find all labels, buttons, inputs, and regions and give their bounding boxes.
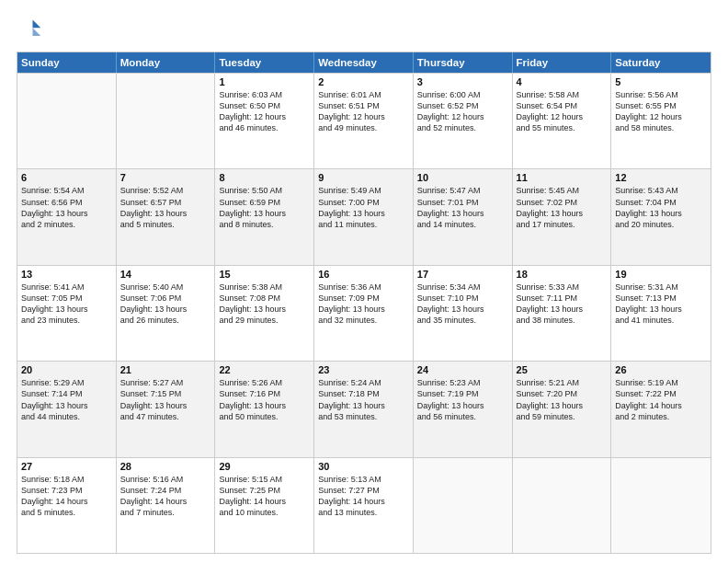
day-number: 25 — [517, 364, 608, 375]
cell-info-line: Sunset: 7:18 PM — [318, 388, 409, 399]
header — [17, 17, 711, 42]
calendar-cell: 15Sunrise: 5:38 AMSunset: 7:08 PMDayligh… — [215, 266, 314, 361]
day-number: 8 — [219, 172, 310, 183]
cell-info-line: Daylight: 13 hours — [417, 208, 508, 219]
cell-info-line: Sunset: 7:01 PM — [417, 197, 508, 208]
calendar-cell: 2Sunrise: 6:01 AMSunset: 6:51 PMDaylight… — [314, 74, 414, 168]
day-number: 13 — [21, 269, 112, 280]
cell-info-line: and 53 minutes. — [318, 411, 409, 422]
cell-info-line: Sunset: 6:55 PM — [615, 100, 707, 111]
calendar-cell — [513, 458, 612, 553]
calendar-cell: 5Sunrise: 5:56 AMSunset: 6:55 PMDaylight… — [611, 74, 711, 168]
day-number: 24 — [417, 364, 508, 375]
cell-info-line: Daylight: 13 hours — [219, 208, 310, 219]
calendar-cell: 19Sunrise: 5:31 AMSunset: 7:13 PMDayligh… — [611, 266, 711, 361]
cell-info-line: and 58 minutes. — [615, 122, 707, 133]
cell-info-line: and 50 minutes. — [219, 411, 310, 422]
cell-info-line: Sunrise: 5:56 AM — [615, 89, 707, 100]
cell-info-line: and 55 minutes. — [517, 122, 608, 133]
calendar-cell: 20Sunrise: 5:29 AMSunset: 7:14 PMDayligh… — [17, 362, 117, 456]
day-number: 18 — [517, 269, 608, 280]
cell-info-line: Sunset: 7:10 PM — [417, 293, 508, 304]
day-number: 1 — [219, 76, 310, 87]
day-number: 3 — [417, 76, 508, 87]
cell-info-line: Daylight: 13 hours — [120, 304, 211, 315]
calendar-cell: 22Sunrise: 5:26 AMSunset: 7:16 PMDayligh… — [215, 362, 314, 456]
cell-info-line: and 49 minutes. — [318, 122, 409, 133]
cell-info-line: and 59 minutes. — [517, 411, 608, 422]
day-number: 20 — [21, 364, 112, 375]
cell-info-line: Sunrise: 5:26 AM — [219, 377, 310, 388]
cell-info-line: Daylight: 13 hours — [21, 400, 112, 411]
cell-info-line: Sunrise: 5:50 AM — [219, 185, 310, 196]
day-number: 27 — [21, 461, 112, 472]
cell-info-line: Sunset: 6:59 PM — [219, 197, 310, 208]
cell-info-line: Sunset: 7:11 PM — [517, 293, 608, 304]
cell-info-line: Sunrise: 5:29 AM — [21, 377, 112, 388]
cell-info-line: and 14 minutes. — [417, 219, 508, 230]
logo-icon — [17, 17, 42, 42]
calendar-cell: 21Sunrise: 5:27 AMSunset: 7:15 PMDayligh… — [117, 362, 216, 456]
calendar-cell: 18Sunrise: 5:33 AMSunset: 7:11 PMDayligh… — [513, 266, 612, 361]
day-number: 12 — [615, 172, 707, 183]
cell-info-line: and 20 minutes. — [615, 219, 707, 230]
cell-info-line: Sunset: 7:05 PM — [21, 293, 112, 304]
cell-info-line: Sunrise: 5:21 AM — [517, 377, 608, 388]
cell-info-line: and 13 minutes. — [318, 507, 409, 518]
calendar-header-thursday: Thursday — [414, 52, 513, 73]
calendar-cell: 8Sunrise: 5:50 AMSunset: 6:59 PMDaylight… — [215, 169, 314, 264]
calendar: SundayMondayTuesdayWednesdayThursdayFrid… — [17, 52, 711, 554]
cell-info-line: Sunrise: 5:49 AM — [318, 185, 409, 196]
cell-info-line: and 47 minutes. — [120, 411, 211, 422]
day-number: 21 — [120, 364, 211, 375]
cell-info-line: and 44 minutes. — [21, 411, 112, 422]
calendar-week-4: 20Sunrise: 5:29 AMSunset: 7:14 PMDayligh… — [17, 361, 711, 456]
cell-info-line: Sunrise: 5:33 AM — [517, 282, 608, 293]
cell-info-line: and 5 minutes. — [120, 219, 211, 230]
cell-info-line: and 23 minutes. — [21, 315, 112, 326]
page: SundayMondayTuesdayWednesdayThursdayFrid… — [0, 0, 728, 563]
cell-info-line: Sunset: 7:14 PM — [21, 388, 112, 399]
day-number: 5 — [615, 76, 707, 87]
cell-info-line: Daylight: 13 hours — [517, 304, 608, 315]
calendar-header-monday: Monday — [117, 52, 216, 73]
cell-info-line: Daylight: 14 hours — [318, 496, 409, 507]
day-number: 17 — [417, 269, 508, 280]
cell-info-line: Daylight: 14 hours — [219, 496, 310, 507]
calendar-week-5: 27Sunrise: 5:18 AMSunset: 7:23 PMDayligh… — [17, 457, 711, 553]
calendar-cell — [611, 458, 711, 553]
day-number: 2 — [318, 76, 409, 87]
calendar-cell: 4Sunrise: 5:58 AMSunset: 6:54 PMDaylight… — [513, 74, 612, 168]
cell-info-line: and 8 minutes. — [219, 219, 310, 230]
calendar-cell: 11Sunrise: 5:45 AMSunset: 7:02 PMDayligh… — [513, 169, 612, 264]
cell-info-line: Sunrise: 5:27 AM — [120, 377, 211, 388]
calendar-header-sunday: Sunday — [17, 52, 117, 73]
cell-info-line: and 46 minutes. — [219, 122, 310, 133]
cell-info-line: Sunset: 7:19 PM — [417, 388, 508, 399]
cell-info-line: Daylight: 13 hours — [318, 400, 409, 411]
cell-info-line: Sunrise: 5:24 AM — [318, 377, 409, 388]
cell-info-line: Sunset: 7:22 PM — [615, 388, 707, 399]
calendar-header-wednesday: Wednesday — [314, 52, 414, 73]
cell-info-line: Sunrise: 5:41 AM — [21, 282, 112, 293]
day-number: 16 — [318, 269, 409, 280]
cell-info-line: and 10 minutes. — [219, 507, 310, 518]
calendar-cell: 3Sunrise: 6:00 AMSunset: 6:52 PMDaylight… — [414, 74, 513, 168]
cell-info-line: Sunset: 6:50 PM — [219, 100, 310, 111]
cell-info-line: Daylight: 13 hours — [517, 400, 608, 411]
cell-info-line: Daylight: 13 hours — [417, 304, 508, 315]
cell-info-line: Daylight: 12 hours — [318, 111, 409, 122]
calendar-cell: 27Sunrise: 5:18 AMSunset: 7:23 PMDayligh… — [17, 458, 117, 553]
cell-info-line: Daylight: 13 hours — [120, 208, 211, 219]
calendar-cell: 10Sunrise: 5:47 AMSunset: 7:01 PMDayligh… — [414, 169, 513, 264]
calendar-header-friday: Friday — [513, 52, 612, 73]
day-number: 15 — [219, 269, 310, 280]
calendar-cell: 16Sunrise: 5:36 AMSunset: 7:09 PMDayligh… — [314, 266, 414, 361]
logo — [17, 17, 46, 42]
cell-info-line: and 2 minutes. — [615, 411, 707, 422]
calendar-cell: 17Sunrise: 5:34 AMSunset: 7:10 PMDayligh… — [414, 266, 513, 361]
cell-info-line: Daylight: 13 hours — [615, 208, 707, 219]
day-number: 26 — [615, 364, 707, 375]
cell-info-line: Sunrise: 5:18 AM — [21, 474, 112, 485]
cell-info-line: Sunset: 7:25 PM — [219, 485, 310, 496]
